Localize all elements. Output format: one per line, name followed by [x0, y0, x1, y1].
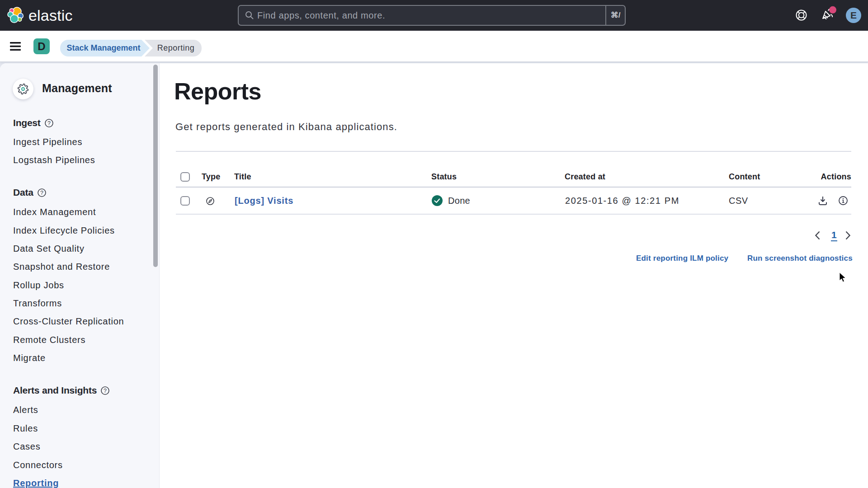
svg-text:?: ?: [104, 388, 107, 394]
svg-text:?: ?: [47, 120, 51, 127]
svg-text:?: ?: [40, 190, 43, 196]
